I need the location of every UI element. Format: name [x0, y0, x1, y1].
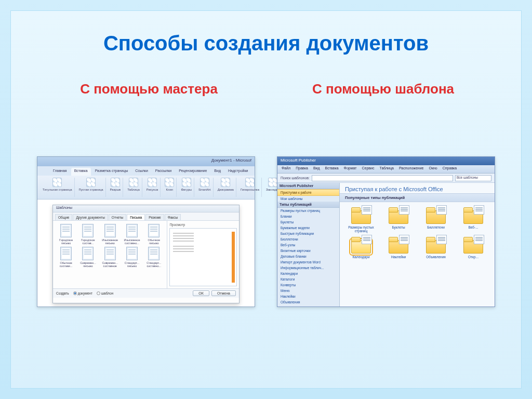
tab-insert[interactable]: Вставка: [71, 168, 91, 176]
document-icon: [126, 247, 138, 260]
category-item[interactable]: Веб-...: [456, 206, 490, 233]
tab-view[interactable]: Вид: [211, 168, 224, 176]
picture-icon[interactable]: [148, 178, 157, 187]
side-header-pubtypes: Типы публикаций: [277, 202, 339, 208]
thumb-icon: [362, 235, 372, 244]
folder-icon: [425, 206, 447, 224]
slide: Способы создания документов С помощью ма…: [10, 10, 522, 389]
page-break-icon[interactable]: [111, 178, 120, 187]
category-item[interactable]: Наклейки: [381, 236, 416, 259]
dlgtab-fax[interactable]: Факсы: [165, 214, 181, 220]
folder-icon: [350, 236, 372, 254]
template-item[interactable]: Современ... письмо: [78, 247, 98, 268]
column-right-header: С помощью шаблона: [266, 81, 500, 97]
shapes-icon[interactable]: [182, 178, 191, 187]
sidebar-item[interactable]: Календари: [277, 271, 339, 276]
template-item[interactable]: Обычное письмо: [144, 224, 164, 245]
category-item[interactable]: Бюллетени: [419, 206, 453, 233]
thumb-icon: [436, 235, 447, 244]
chart-icon[interactable]: [221, 178, 230, 187]
sidebar-item-getting-started[interactable]: Приступая к работе: [277, 189, 339, 196]
folder-icon: [388, 206, 409, 224]
thumb-icon: [399, 235, 409, 244]
sidebar-item[interactable]: Визитные карточки: [277, 248, 339, 254]
template-item[interactable]: Стандарт... письмо: [122, 247, 142, 268]
template-item[interactable]: Современ... составное: [100, 247, 120, 268]
category-item[interactable]: Откр...: [456, 236, 490, 259]
template-item[interactable]: Изысканное письмо: [100, 224, 120, 245]
category-item[interactable]: Размеры пустых страниц: [344, 206, 378, 233]
sidebar-item[interactable]: Объявления: [277, 299, 339, 305]
menu-edit[interactable]: Правка: [294, 166, 310, 172]
thumb-icon: [474, 235, 484, 244]
cancel-button[interactable]: Отмена: [211, 290, 236, 296]
smartart-icon[interactable]: [200, 178, 209, 187]
category-item[interactable]: Объявления: [419, 236, 453, 259]
column-left-header: С помощью мастера: [32, 81, 266, 97]
sidebar-item-my-templates[interactable]: Мои шаблоны: [277, 196, 339, 202]
pub-sidebar: Microsoft Publisher Приступая к работе М…: [277, 183, 340, 307]
sidebar-item[interactable]: Бюллетени: [277, 236, 339, 242]
pub-section-title: Популярные типы публикаций: [340, 193, 495, 202]
pub-search-bar: Поиск шаблонов: Все шаблоны: [277, 174, 495, 183]
category-item[interactable]: Буклеты: [381, 206, 416, 233]
sidebar-item[interactable]: Бумажные модели: [277, 225, 339, 231]
tab-references[interactable]: Ссылки: [132, 168, 151, 176]
dlgtab-reports[interactable]: Отчеты: [109, 214, 126, 220]
document-icon: [60, 224, 72, 237]
clip-icon[interactable]: [165, 178, 174, 187]
dlgtab-resume[interactable]: Резюме: [145, 214, 164, 220]
sidebar-item[interactable]: Наклейки: [277, 294, 339, 299]
sidebar-item[interactable]: Веб-узлы: [277, 242, 339, 248]
cover-page-icon[interactable]: [52, 178, 62, 187]
tab-pagelayout[interactable]: Разметка страницы: [92, 168, 131, 176]
menu-arrange[interactable]: Расположение: [397, 166, 426, 172]
table-icon[interactable]: [129, 178, 138, 187]
menu-view[interactable]: Вид: [311, 166, 322, 172]
menu-help[interactable]: Справка: [441, 166, 459, 172]
sidebar-item[interactable]: Конверты: [277, 282, 339, 288]
sidebar-item[interactable]: Меню: [277, 288, 339, 294]
ok-button[interactable]: ОК: [193, 290, 209, 296]
menu-insert[interactable]: Вставка: [323, 166, 341, 172]
word-ribbon-tabs: Главная Вставка Разметка страницы Ссылки…: [37, 166, 255, 176]
dlgtab-general[interactable]: Общие: [55, 214, 72, 220]
template-item[interactable]: Изысканное составно...: [122, 224, 142, 245]
sidebar-item[interactable]: Информационные таблич...: [277, 265, 339, 271]
bookmark-icon[interactable]: [268, 178, 277, 187]
sidebar-item[interactable]: Бланки: [277, 214, 339, 219]
template-item[interactable]: Городское письмо: [56, 224, 76, 245]
menu-file[interactable]: Файл: [280, 166, 292, 172]
menu-tools[interactable]: Сервис: [360, 166, 376, 172]
dlgtab-other[interactable]: Другие документы: [73, 214, 108, 220]
template-item[interactable]: Обычное состави...: [56, 247, 76, 268]
search-input[interactable]: [312, 175, 453, 181]
pub-titlebar: Microsoft Publisher: [277, 157, 495, 165]
sidebar-item[interactable]: Импорт документов Word: [277, 259, 339, 265]
tab-mailings[interactable]: Рассылки: [152, 168, 175, 176]
sidebar-item[interactable]: Деловые бланки: [277, 254, 339, 259]
menu-table[interactable]: Таблица: [377, 166, 395, 172]
radio-template[interactable]: шаблон: [97, 291, 113, 296]
menu-window[interactable]: Окно: [427, 166, 439, 172]
blank-page-icon[interactable]: [86, 178, 96, 187]
dlgtab-letters[interactable]: Письма: [127, 214, 145, 220]
category-item-selected[interactable]: Календари: [344, 236, 378, 259]
template-item[interactable]: Стандарт... составно...: [144, 247, 164, 268]
preview-label: Просмотр: [169, 223, 237, 227]
template-item[interactable]: Городское состав...: [78, 224, 98, 245]
menu-format[interactable]: Формат: [342, 166, 359, 172]
sidebar-item[interactable]: Каталоги: [277, 276, 339, 282]
sidebar-item[interactable]: Быстрые публикации: [277, 231, 339, 236]
tab-home[interactable]: Главная: [50, 168, 70, 176]
sidebar-item[interactable]: Размеры пустых страниц: [277, 208, 339, 214]
pub-main-title: Приступая к работе с Microsoft Office: [340, 183, 495, 193]
tab-addins[interactable]: Надстройки: [225, 168, 251, 176]
radio-document[interactable]: документ: [73, 291, 92, 296]
hyperlink-icon[interactable]: [245, 178, 255, 187]
screenshots-row: Документ1 - Microsof Главная Вставка Раз…: [37, 156, 495, 307]
radio-dot-icon: [73, 291, 77, 295]
sidebar-item[interactable]: Буклеты: [277, 219, 339, 225]
search-filter-select[interactable]: Все шаблоны: [455, 175, 491, 181]
tab-review[interactable]: Рецензирование: [176, 168, 210, 176]
